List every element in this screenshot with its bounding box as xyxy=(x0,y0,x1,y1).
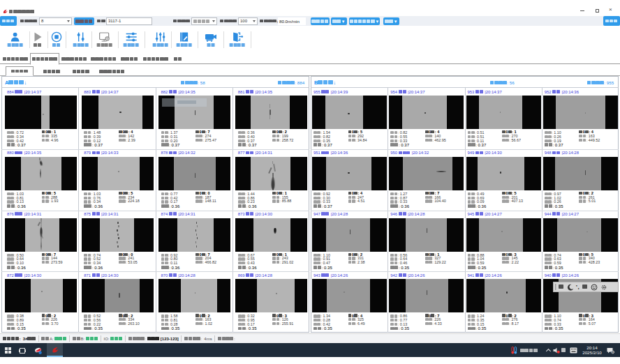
svg-text:6: 6 xyxy=(612,351,614,354)
